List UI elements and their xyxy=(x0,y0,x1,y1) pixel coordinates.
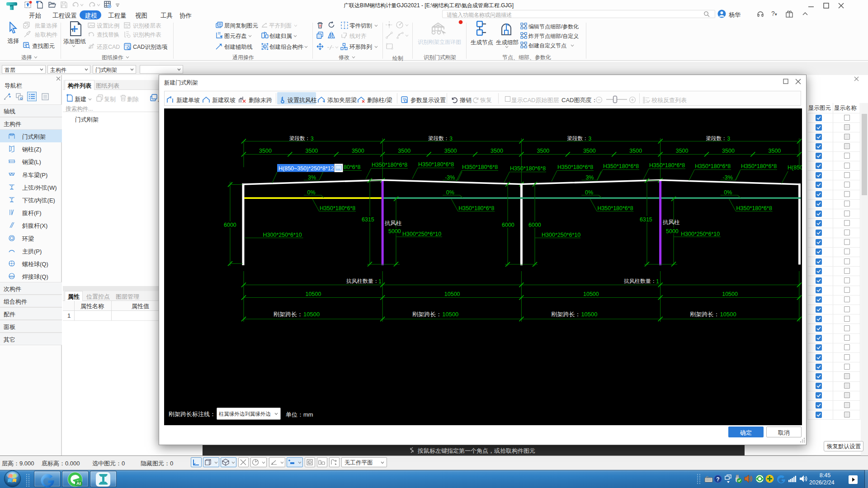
svg-text:10500: 10500 xyxy=(583,291,599,297)
svg-text:1: 1 xyxy=(378,278,382,285)
svg-text:6315: 6315 xyxy=(362,216,374,223)
svg-text:3%: 3% xyxy=(585,174,594,181)
svg-text:刚架跨长：: 刚架跨长： xyxy=(412,311,442,318)
svg-text:H350*180*6*8: H350*180*6*8 xyxy=(695,163,731,169)
svg-text:梁段数：: 梁段数： xyxy=(567,136,588,141)
svg-text:3500: 3500 xyxy=(537,148,549,154)
svg-text:10500: 10500 xyxy=(303,311,320,318)
svg-text:梁段数：: 梁段数： xyxy=(428,136,449,141)
svg-text:I: I xyxy=(126,47,127,49)
svg-text:3: 3 xyxy=(588,136,591,142)
svg-text:抗风柱: 抗风柱 xyxy=(384,220,402,226)
svg-text:3500: 3500 xyxy=(398,148,410,154)
svg-text:5000: 5000 xyxy=(666,228,679,235)
svg-text:0%: 0% xyxy=(307,189,316,196)
svg-text:H350*180*6*8: H350*180*6*8 xyxy=(372,162,407,168)
svg-text:AI: AI xyxy=(76,481,81,486)
svg-text:H(850~350)*250*8*12: H(850~350)*250*8*12 xyxy=(278,165,334,172)
svg-text:H350*180*6*8: H350*180*6*8 xyxy=(649,162,685,169)
svg-text:3500: 3500 xyxy=(305,148,318,154)
svg-text:10500: 10500 xyxy=(581,311,597,318)
svg-text:H300*250*6*10: H300*250*6*10 xyxy=(402,231,441,237)
svg-text:3500: 3500 xyxy=(768,148,781,154)
svg-text:H350*180*6*8: H350*180*6*8 xyxy=(557,164,593,170)
svg-text:抗风柱: 抗风柱 xyxy=(662,219,680,225)
svg-text:刚架跨长：: 刚架跨长： xyxy=(690,311,720,318)
svg-text:3500: 3500 xyxy=(583,148,596,154)
svg-text:10500: 10500 xyxy=(442,311,458,318)
svg-text:抗风柱数量：: 抗风柱数量： xyxy=(624,278,656,284)
svg-text:3500: 3500 xyxy=(352,148,364,154)
svg-text:6000: 6000 xyxy=(502,222,514,228)
svg-text:H350*180*6*8: H350*180*6*8 xyxy=(462,164,498,170)
svg-text:6000: 6000 xyxy=(528,222,541,228)
svg-text:6315: 6315 xyxy=(640,216,652,223)
svg-text:3: 3 xyxy=(311,136,314,142)
svg-text:80*6*8: 80*6*8 xyxy=(344,164,361,170)
svg-text:3500: 3500 xyxy=(491,148,503,154)
svg-text:H350*180*6*8: H350*180*6*8 xyxy=(510,165,546,172)
svg-text:H350*180*6*8: H350*180*6*8 xyxy=(736,205,772,211)
svg-text:H350*180*6*8: H350*180*6*8 xyxy=(603,163,639,169)
svg-text:H300*250*6*10: H300*250*6*10 xyxy=(542,232,580,238)
svg-text:1: 1 xyxy=(656,278,659,285)
svg-text:3500: 3500 xyxy=(444,148,457,154)
svg-text:6000: 6000 xyxy=(224,222,236,228)
svg-text:-3%: -3% xyxy=(445,174,455,181)
svg-text:10500: 10500 xyxy=(720,311,736,318)
svg-text:5000: 5000 xyxy=(388,228,401,235)
svg-text:梁段数：: 梁段数： xyxy=(289,136,310,141)
svg-text:10500: 10500 xyxy=(306,291,321,297)
svg-text:3500: 3500 xyxy=(676,148,689,154)
svg-text:刚架跨长：: 刚架跨长： xyxy=(551,311,580,318)
svg-text:-3%: -3% xyxy=(723,174,733,181)
svg-text:H(850: H(850 xyxy=(788,164,802,171)
svg-text:刚架跨长：: 刚架跨长： xyxy=(274,311,303,318)
svg-text:抗风柱数量：: 抗风柱数量： xyxy=(346,278,379,284)
svg-text:H350*180*6*8: H350*180*6*8 xyxy=(320,205,355,211)
svg-text:H350*180*6*8: H350*180*6*8 xyxy=(597,205,633,211)
svg-text:0%: 0% xyxy=(585,189,593,196)
svg-text:梁段数：: 梁段数： xyxy=(706,136,727,141)
svg-text:H350*180*6*8: H350*180*6*8 xyxy=(418,161,454,168)
svg-text:H300*250*6*10: H300*250*6*10 xyxy=(263,232,302,238)
svg-text:10500: 10500 xyxy=(722,291,738,297)
svg-text:H350*180*6*8: H350*180*6*8 xyxy=(741,163,777,169)
svg-text:0%: 0% xyxy=(446,189,454,196)
svg-text:3: 3 xyxy=(449,136,453,142)
svg-text:H350*180*6*8: H350*180*6*8 xyxy=(458,205,494,211)
svg-text:?: ? xyxy=(716,476,719,483)
svg-text:10500: 10500 xyxy=(444,291,460,297)
svg-text:3500: 3500 xyxy=(722,148,735,154)
svg-text:3500: 3500 xyxy=(259,148,272,154)
svg-text:H300*250*6*10: H300*250*6*10 xyxy=(681,231,720,237)
svg-text:3: 3 xyxy=(727,136,731,142)
svg-text:3500: 3500 xyxy=(629,148,642,154)
svg-text:3%: 3% xyxy=(308,174,316,181)
svg-text:0%: 0% xyxy=(724,189,732,196)
